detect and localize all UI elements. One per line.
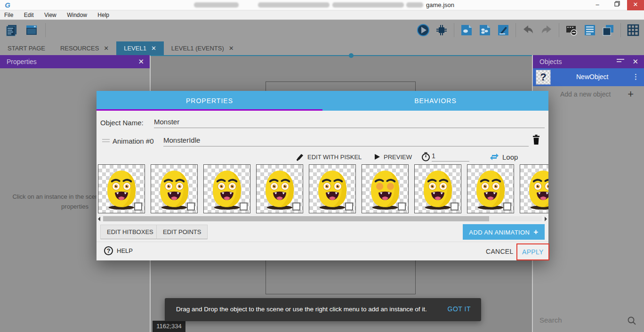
dialog-footer: ? HELP CANCEL APPLY bbox=[97, 242, 548, 260]
menu-edit[interactable]: Edit bbox=[20, 11, 38, 19]
animation-frame-5[interactable] bbox=[362, 164, 409, 213]
preview-animation-button[interactable]: PREVIEW bbox=[374, 151, 412, 162]
pencil-icon bbox=[296, 153, 304, 161]
cancel-button[interactable]: CANCEL bbox=[486, 248, 514, 255]
apply-button[interactable]: APPLY bbox=[522, 248, 544, 256]
toolbar-separator bbox=[45, 23, 46, 37]
frame-corner-box bbox=[398, 202, 406, 211]
frames-scrollbar[interactable] bbox=[97, 216, 548, 222]
tab-close-icon[interactable]: ✕ bbox=[104, 45, 109, 52]
animation-frame-2[interactable] bbox=[203, 164, 250, 213]
object-thumbnail-question-icon: ? bbox=[536, 70, 551, 85]
object-list-item-newobject[interactable]: ? NewObject ⋮ bbox=[533, 68, 644, 86]
start-page-icon[interactable] bbox=[24, 22, 40, 38]
menu-file[interactable]: File bbox=[0, 11, 17, 19]
tab-close-icon[interactable]: ✕ bbox=[151, 45, 156, 52]
redo-icon[interactable] bbox=[539, 22, 555, 38]
scroll-left-arrow-icon[interactable] bbox=[98, 217, 100, 221]
edit-points-button[interactable]: EDIT POINTS bbox=[156, 225, 208, 239]
edit-with-piskel-button[interactable]: EDIT WITH PISKEL bbox=[296, 151, 362, 162]
animation-frame-3[interactable] bbox=[256, 164, 303, 213]
frame-corner-box bbox=[503, 202, 511, 211]
objects-search-input[interactable] bbox=[539, 316, 620, 324]
tab-start-page[interactable]: START PAGE bbox=[0, 41, 53, 55]
object-menu-kebab-icon[interactable]: ⋮ bbox=[632, 73, 639, 81]
redacted-title-text bbox=[258, 2, 330, 8]
trash-icon bbox=[531, 134, 541, 146]
tab-level1[interactable]: LEVEL1 ✕ bbox=[116, 41, 164, 55]
close-button[interactable]: ✕ bbox=[627, 0, 644, 10]
animation-frame-4[interactable] bbox=[309, 164, 356, 213]
time-between-frames bbox=[421, 151, 430, 162]
frame-corner-box bbox=[134, 202, 142, 211]
scrollbar-track[interactable] bbox=[103, 216, 542, 221]
close-icon[interactable]: ✕ bbox=[138, 55, 144, 68]
scroll-right-arrow-icon[interactable] bbox=[545, 217, 547, 221]
frame-corner-box bbox=[187, 202, 195, 211]
toolbar-separator bbox=[515, 23, 516, 37]
animation-frames bbox=[98, 164, 548, 214]
time-between-frames-input[interactable]: 1 bbox=[432, 150, 469, 162]
dialog-tab-properties[interactable]: PROPERTIES bbox=[97, 91, 322, 111]
animation-frame-7[interactable] bbox=[467, 164, 514, 213]
add-animation-button[interactable]: ADD AN ANIMATION+ bbox=[463, 224, 545, 240]
animation-name-input[interactable]: MonsterIdle bbox=[163, 134, 529, 146]
debug-icon[interactable] bbox=[434, 22, 450, 38]
tab-level1-events[interactable]: LEVEL1 (EVENTS) ✕ bbox=[164, 41, 242, 55]
menu-help[interactable]: Help bbox=[93, 11, 113, 19]
frame-corner-box bbox=[292, 202, 300, 211]
app-window: G game.json – ✕ File Edit View Window He… bbox=[0, 0, 644, 332]
animation-frame-1[interactable] bbox=[151, 164, 198, 213]
animation-frame-6[interactable] bbox=[414, 164, 461, 213]
undo-icon[interactable] bbox=[520, 22, 536, 38]
grid-icon[interactable] bbox=[625, 22, 641, 38]
instances-list-icon[interactable] bbox=[582, 22, 598, 38]
edit-scene-properties-icon[interactable] bbox=[495, 22, 511, 38]
add-object-row[interactable]: Add a new object + bbox=[533, 86, 644, 102]
edit-object-icon[interactable] bbox=[459, 22, 475, 38]
frame-corner-box bbox=[240, 202, 248, 211]
tab-resources[interactable]: RESOURCES ✕ bbox=[53, 41, 116, 55]
preview-play-icon[interactable] bbox=[415, 22, 431, 38]
redacted-title-text bbox=[406, 2, 423, 8]
help-button[interactable]: ? HELP bbox=[104, 246, 133, 255]
plus-icon: + bbox=[533, 227, 538, 236]
search-icon bbox=[627, 316, 636, 325]
close-icon[interactable]: ✕ bbox=[632, 55, 638, 68]
edit-hitboxes-button[interactable]: EDIT HITBOXES bbox=[100, 225, 160, 239]
timer-icon bbox=[421, 152, 430, 162]
objects-search bbox=[533, 312, 644, 332]
snackbar-got-it-button[interactable]: GOT IT bbox=[448, 305, 471, 313]
filter-icon[interactable] bbox=[617, 59, 624, 65]
minimize-button[interactable]: – bbox=[589, 0, 605, 10]
object-editor-dialog: PROPERTIES BEHAVIORS Object Name: Monste… bbox=[97, 91, 548, 260]
selection-handle[interactable] bbox=[349, 53, 354, 58]
animation-drag-handle-icon[interactable] bbox=[102, 139, 110, 144]
menu-view[interactable]: View bbox=[40, 11, 61, 19]
remove-instances-icon[interactable] bbox=[564, 22, 580, 38]
cursor-coordinates: 1162;334 bbox=[153, 321, 185, 332]
animation-frame-8[interactable] bbox=[520, 164, 548, 213]
play-icon bbox=[374, 154, 380, 160]
frame-corner-box bbox=[451, 202, 459, 211]
dialog-tab-behaviors[interactable]: BEHAVIORS bbox=[322, 91, 548, 111]
restore-icon bbox=[614, 1, 620, 7]
toolbar-separator bbox=[559, 23, 559, 37]
edit-object-groups-icon[interactable] bbox=[477, 22, 493, 38]
delete-animation-button[interactable] bbox=[531, 134, 543, 146]
redacted-title-text bbox=[194, 2, 239, 8]
loop-toggle[interactable]: Loop bbox=[490, 151, 518, 162]
layers-icon[interactable] bbox=[600, 22, 616, 38]
scrollbar-thumb[interactable] bbox=[103, 216, 489, 221]
object-name-input[interactable]: Monster bbox=[154, 116, 545, 128]
gdevelop-logo-icon: G bbox=[3, 1, 12, 9]
dialog-tab-bar: PROPERTIES BEHAVIORS bbox=[97, 91, 548, 111]
animation-frame-0[interactable] bbox=[98, 164, 145, 213]
apply-highlight-annotation: APPLY bbox=[516, 243, 549, 260]
animation-index-label: Animation #0 bbox=[113, 137, 154, 145]
add-object-plus-icon[interactable]: + bbox=[628, 88, 634, 100]
menu-window[interactable]: Window bbox=[63, 11, 91, 19]
project-manager-icon[interactable] bbox=[4, 22, 20, 38]
restore-button[interactable] bbox=[609, 0, 625, 10]
tab-close-icon[interactable]: ✕ bbox=[229, 45, 234, 52]
